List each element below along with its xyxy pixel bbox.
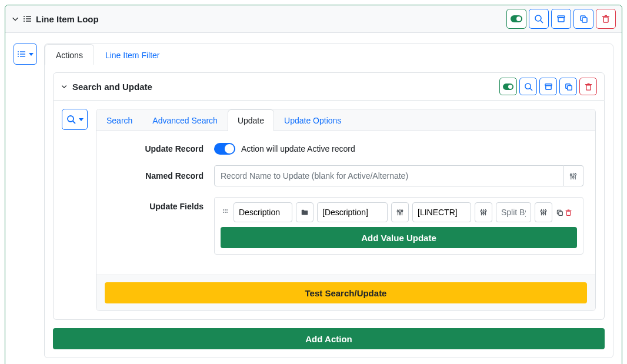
svg-point-65 [545, 210, 546, 212]
action-header: Search and Update [53, 72, 605, 101]
field-name-input[interactable] [234, 202, 292, 222]
row-copy-button[interactable] [556, 209, 563, 216]
action-copy-button[interactable] [559, 78, 577, 95]
action-title-text: Search and Update [72, 82, 152, 92]
test-search-update-button[interactable]: Test Search/Update [105, 282, 587, 303]
split-by-input[interactable] [496, 202, 531, 222]
svg-point-53 [401, 210, 403, 212]
tab-line-item-filter[interactable]: Line Item Filter [94, 44, 171, 65]
svg-line-35 [73, 121, 75, 123]
action-delete-button[interactable] [579, 78, 597, 95]
svg-rect-13 [582, 18, 587, 22]
tab-actions[interactable]: Actions [45, 44, 94, 65]
update-fields-label: Update Fields [108, 197, 214, 211]
field-folder-button[interactable] [296, 202, 314, 222]
subtab-update[interactable]: Update [228, 109, 274, 131]
svg-rect-30 [567, 85, 572, 90]
subtab-advanced-search[interactable]: Advanced Search [142, 109, 228, 131]
panel-enable-toggle[interactable] [506, 9, 526, 29]
svg-rect-22 [20, 56, 25, 56]
search-mode-dropdown[interactable] [62, 109, 88, 130]
svg-point-25 [525, 83, 530, 88]
svg-point-58 [483, 212, 485, 214]
svg-point-40 [572, 176, 574, 178]
svg-point-42 [223, 209, 224, 211]
svg-point-59 [485, 210, 486, 212]
svg-point-21 [18, 56, 19, 57]
update-record-toggle[interactable] [214, 143, 235, 155]
line-item-loop-panel: Line Item Loop [5, 5, 622, 364]
value2-input[interactable] [412, 202, 471, 222]
svg-point-7 [516, 16, 521, 21]
search-update-subhost: Search Advanced Search Update Update Opt… [96, 109, 596, 311]
chevron-down-icon[interactable] [61, 83, 68, 90]
panel-search-button[interactable] [529, 9, 549, 29]
svg-point-52 [399, 212, 401, 214]
caret-down-icon [29, 53, 34, 56]
svg-rect-1 [26, 16, 31, 16]
svg-point-34 [68, 116, 74, 122]
svg-point-17 [18, 51, 19, 52]
panel-delete-button[interactable] [596, 9, 616, 29]
svg-point-4 [24, 21, 25, 22]
panel-copy-button[interactable] [573, 9, 593, 29]
actions-list-dropdown[interactable] [14, 44, 37, 65]
action-archive-button[interactable] [539, 78, 557, 95]
field-row [221, 202, 577, 222]
add-action-button[interactable]: Add Action [53, 328, 605, 349]
svg-point-41 [575, 173, 576, 175]
svg-point-51 [397, 211, 399, 212]
subtab-search[interactable]: Search [96, 109, 142, 131]
add-value-update-button[interactable]: Add Value Update [221, 227, 577, 248]
svg-point-8 [535, 15, 541, 21]
named-record-settings-button[interactable] [563, 165, 583, 186]
action-body: Search Advanced Search Update Update Opt… [53, 101, 605, 320]
svg-line-26 [530, 88, 532, 91]
list-icon [23, 14, 32, 24]
svg-rect-5 [26, 21, 31, 21]
svg-point-64 [543, 212, 545, 214]
update-record-label: Update Record [108, 144, 214, 153]
svg-rect-18 [20, 51, 25, 52]
svg-rect-11 [558, 18, 564, 22]
svg-rect-31 [586, 85, 591, 89]
svg-point-44 [226, 209, 228, 211]
update-fields-box: Add Value Update [214, 197, 583, 255]
svg-point-45 [223, 212, 224, 213]
svg-point-63 [541, 211, 542, 212]
svg-point-46 [225, 212, 226, 213]
chevron-down-icon[interactable] [11, 15, 19, 23]
action-enable-toggle[interactable] [499, 78, 517, 95]
named-record-label: Named Record [108, 171, 214, 181]
drag-handle-icon[interactable] [221, 208, 230, 216]
svg-point-19 [18, 54, 19, 55]
svg-point-39 [570, 174, 572, 176]
caret-down-icon [79, 118, 84, 121]
main-tab-host: Actions Line Item Filter Search and Upda… [44, 44, 613, 358]
svg-rect-14 [603, 17, 608, 22]
svg-rect-68 [566, 211, 571, 215]
subtab-update-options[interactable]: Update Options [274, 109, 351, 131]
panel-archive-button[interactable] [551, 9, 571, 29]
row-delete-button[interactable] [565, 209, 572, 216]
svg-point-57 [481, 211, 482, 212]
svg-point-2 [24, 18, 25, 19]
split-settings-button[interactable] [535, 202, 552, 222]
action-search-button[interactable] [519, 78, 537, 95]
svg-rect-3 [26, 18, 31, 19]
svg-point-0 [24, 16, 25, 17]
svg-line-9 [541, 21, 543, 23]
update-record-hint: Action will update Active record [241, 144, 355, 153]
value1-input[interactable] [317, 202, 388, 222]
svg-rect-67 [559, 211, 563, 215]
svg-rect-28 [545, 85, 551, 89]
svg-rect-20 [20, 54, 25, 54]
svg-point-47 [226, 212, 228, 213]
value1-settings-button[interactable] [391, 202, 409, 222]
panel-header: Line Item Loop [5, 5, 622, 33]
svg-point-24 [508, 84, 512, 88]
named-record-input[interactable] [214, 165, 563, 186]
panel-title: Line Item Loop [36, 14, 99, 24]
svg-point-43 [225, 209, 226, 211]
value2-settings-button[interactable] [475, 202, 492, 222]
